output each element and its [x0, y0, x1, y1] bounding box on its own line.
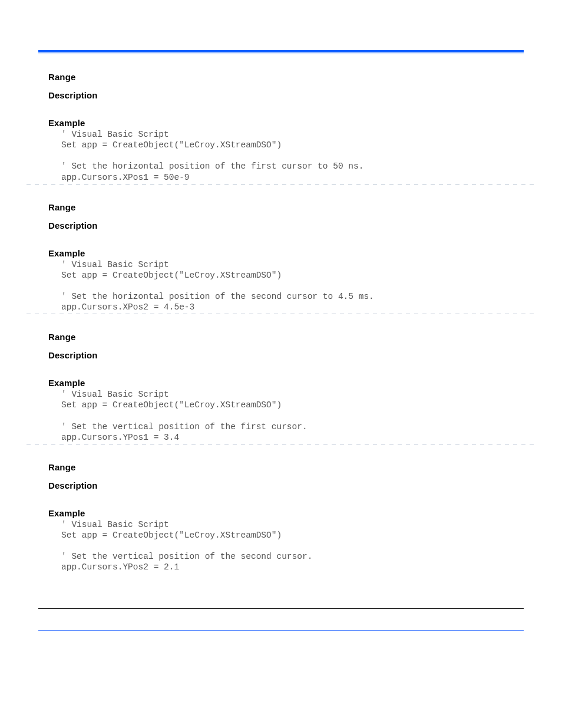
- footer-rule-blue: [38, 630, 524, 631]
- example-heading: Example: [48, 248, 514, 258]
- range-heading: Range: [48, 462, 514, 472]
- code-block: ' Visual Basic Script Set app = CreateOb…: [61, 519, 514, 573]
- content-area: Range Description Example ' Visual Basic…: [0, 54, 562, 183]
- content-area: Range Description Example ' Visual Basic…: [0, 444, 562, 573]
- footer-rules: [38, 608, 524, 631]
- description-heading: Description: [48, 220, 514, 230]
- range-heading: Range: [48, 332, 514, 342]
- content-area: Range Description Example ' Visual Basic…: [0, 185, 562, 313]
- example-heading: Example: [48, 508, 514, 518]
- example-heading: Example: [48, 118, 514, 128]
- code-block: ' Visual Basic Script Set app = CreateOb…: [61, 129, 514, 183]
- description-heading: Description: [48, 480, 514, 490]
- description-heading: Description: [48, 90, 514, 100]
- description-heading: Description: [48, 350, 514, 360]
- code-block: ' Visual Basic Script Set app = CreateOb…: [61, 259, 514, 313]
- doc-section: Range Description Example ' Visual Basic…: [48, 54, 514, 183]
- footer-rule-black: [38, 608, 524, 609]
- example-heading: Example: [48, 378, 514, 388]
- range-heading: Range: [48, 72, 514, 82]
- doc-section: Range Description Example ' Visual Basic…: [48, 314, 514, 443]
- header-rule: [38, 50, 524, 54]
- document-page: Range Description Example ' Visual Basic…: [0, 50, 562, 728]
- content-area: Range Description Example ' Visual Basic…: [0, 314, 562, 443]
- code-block: ' Visual Basic Script Set app = CreateOb…: [61, 389, 514, 443]
- doc-section: Range Description Example ' Visual Basic…: [48, 185, 514, 313]
- doc-section: Range Description Example ' Visual Basic…: [48, 444, 514, 573]
- range-heading: Range: [48, 202, 514, 212]
